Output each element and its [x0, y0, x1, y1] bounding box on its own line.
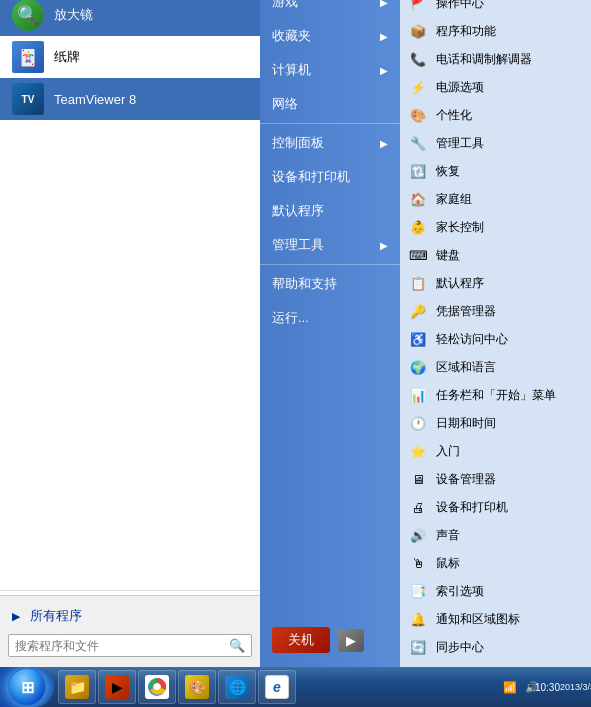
tray-date: 2013/3/3 [560, 682, 591, 692]
right-item-programs[interactable]: 📦 程序和功能 [400, 17, 591, 45]
games-arrow: ▶ [380, 0, 388, 8]
right-item-devmgr[interactable]: 🖥 设备管理器 [400, 465, 591, 493]
right-item-datetime[interactable]: 🕐 日期和时间 [400, 409, 591, 437]
help-label: 帮助和支持 [272, 275, 337, 293]
menu-item-teamviewer[interactable]: TV TeamViewer 8 [0, 78, 260, 120]
right-item-devprint[interactable]: 🖨 设备和打印机 [400, 493, 591, 521]
left-panel: ⭐ 入门 ▶ ▶ Windows Media Center 📝 便笺 ▶ [0, 0, 260, 667]
start-menu: ⭐ 入门 ▶ ▶ Windows Media Center 📝 便笺 ▶ [0, 0, 591, 667]
datetime-label: 日期和时间 [436, 415, 496, 432]
default-programs-label: 默认程序 [436, 275, 484, 292]
teamviewer-label: TeamViewer 8 [54, 92, 248, 107]
personalize-label: 个性化 [436, 107, 472, 124]
right-item-region[interactable]: 🌍 区域和语言 [400, 353, 591, 381]
net-icon: 🌐 [225, 675, 249, 699]
search-input[interactable] [15, 639, 225, 653]
mid-item-network[interactable]: 网络 [260, 87, 400, 121]
media-player-icon: ▶ [105, 675, 129, 699]
taskbar-item-file[interactable]: 📁 [58, 670, 96, 704]
mid-item-default-prog[interactable]: 默认程序 [260, 194, 400, 228]
action-icon: 🚩 [408, 0, 428, 13]
magnifier-label: 放大镜 [54, 6, 248, 24]
datetime-icon: 🕐 [408, 413, 428, 433]
start-orb-icon: ⊞ [21, 678, 34, 697]
right-item-taskbar-start[interactable]: 📊 任务栏和「开始」菜单 [400, 381, 591, 409]
credential-icon: 🔑 [408, 301, 428, 321]
all-programs-button[interactable]: ▶ 所有程序 [0, 602, 260, 630]
tray-clock: 10:30 [535, 682, 560, 693]
taskbar-item-media[interactable]: ▶ [98, 670, 136, 704]
right-item-notif[interactable]: 🔔 通知和区域图标 [400, 605, 591, 633]
keyboard-label: 键盘 [436, 247, 460, 264]
devmgr-icon: 🖥 [408, 469, 428, 489]
intro2-label: 入门 [436, 443, 460, 460]
solitaire-icon: 🃏 [12, 41, 44, 73]
taskbar-item-chrome[interactable] [138, 670, 176, 704]
menu-item-magnifier[interactable]: 🔍 放大镜 [0, 0, 260, 36]
shutdown-button[interactable]: 关机 [272, 627, 330, 653]
mid-item-manage[interactable]: 管理工具 ▶ [260, 228, 400, 262]
mid-item-favorites[interactable]: 收藏夹 ▶ [260, 19, 400, 53]
search-bar[interactable]: 🔍 [8, 634, 252, 657]
file-manager-icon: 📁 [65, 675, 89, 699]
left-panel-bottom: ▶ 所有程序 🔍 [0, 595, 260, 667]
right-item-sound[interactable]: 🔊 声音 [400, 521, 591, 549]
taskbar-item-paint[interactable]: 🎨 [178, 670, 216, 704]
paint-icon: 🎨 [185, 675, 209, 699]
mid-item-help[interactable]: 帮助和支持 [260, 267, 400, 301]
right-item-keyboard[interactable]: ⌨ 键盘 [400, 241, 591, 269]
programs-label: 程序和功能 [436, 23, 496, 40]
devices-label: 设备和打印机 [272, 168, 350, 186]
magnifier-icon: 🔍 [12, 0, 44, 31]
power-icon: ⚡ [408, 77, 428, 97]
devprint-label: 设备和打印机 [436, 499, 508, 516]
taskbar-tray: 📶 🔊 10:30 2013/3/3 [495, 678, 591, 696]
start-button[interactable]: ⊞ [0, 667, 54, 707]
computer-arrow: ▶ [380, 65, 388, 76]
favorites-arrow: ▶ [380, 31, 388, 42]
right-item-action[interactable]: 🚩 操作中心 [400, 0, 591, 17]
notif-icon: 🔔 [408, 609, 428, 629]
default-programs-icon: 📋 [408, 273, 428, 293]
power-label: 电源选项 [436, 79, 484, 96]
intro2-icon: ⭐ [408, 441, 428, 461]
menu-item-solitaire[interactable]: 🃏 纸牌 [0, 36, 260, 78]
taskbar-item-net[interactable]: 🌐 [218, 670, 256, 704]
right-item-homegroup[interactable]: 🏠 家庭组 [400, 185, 591, 213]
right-item-ease[interactable]: ♿ 轻松访问中心 [400, 325, 591, 353]
right-item-default-programs[interactable]: 📋 默认程序 [400, 269, 591, 297]
ease-label: 轻松访问中心 [436, 331, 508, 348]
mid-item-games[interactable]: 游戏 ▶ [260, 0, 400, 19]
mid-item-run[interactable]: 运行... [260, 301, 400, 335]
taskbar-start-label: 任务栏和「开始」菜单 [436, 387, 556, 404]
mid-item-control[interactable]: 控制面板 ▶ [260, 126, 400, 160]
manage-label: 管理工具 [436, 135, 484, 152]
right-item-sync[interactable]: 🔄 同步中心 [400, 633, 591, 661]
right-item-restore[interactable]: 🔃 恢复 [400, 157, 591, 185]
devmgr-label: 设备管理器 [436, 471, 496, 488]
right-item-parental[interactable]: 👶 家长控制 [400, 213, 591, 241]
right-panel: 🌐 Internet 选项 N NVIDIA 控制面板 🖥 RemoteApp … [400, 0, 591, 667]
right-item-intro2[interactable]: ⭐ 入门 [400, 437, 591, 465]
mid-item-computer[interactable]: 计算机 ▶ [260, 53, 400, 87]
start-orb: ⊞ [8, 668, 46, 706]
ie-icon: e [265, 675, 289, 699]
sound-icon: 🔊 [408, 525, 428, 545]
restore-icon: 🔃 [408, 161, 428, 181]
right-item-personalize[interactable]: 🎨 个性化 [400, 101, 591, 129]
shutdown-arrow-button[interactable]: ▶ [338, 629, 364, 652]
right-item-credential[interactable]: 🔑 凭据管理器 [400, 297, 591, 325]
right-item-indexing[interactable]: 📑 索引选项 [400, 577, 591, 605]
action-label: 操作中心 [436, 0, 484, 12]
right-item-power[interactable]: ⚡ 电源选项 [400, 73, 591, 101]
right-item-phone[interactable]: 📞 电话和调制解调器 [400, 45, 591, 73]
right-item-mouse[interactable]: 🖱 鼠标 [400, 549, 591, 577]
mid-item-devices[interactable]: 设备和打印机 [260, 160, 400, 194]
right-item-manage[interactable]: 🔧 管理工具 [400, 129, 591, 157]
sound-label: 声音 [436, 527, 460, 544]
taskbar-item-ie[interactable]: e [258, 670, 296, 704]
region-label: 区域和语言 [436, 359, 496, 376]
solitaire-label: 纸牌 [54, 48, 248, 66]
programs-icon: 📦 [408, 21, 428, 41]
mouse-icon: 🖱 [408, 553, 428, 573]
